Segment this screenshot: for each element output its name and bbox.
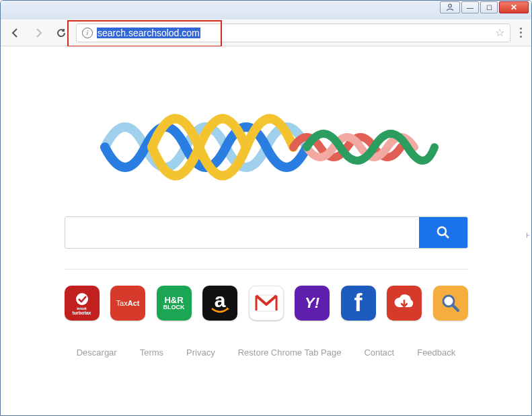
tile-search[interactable] xyxy=(433,286,468,321)
search-form xyxy=(65,216,468,249)
window-titlebar: — ☐ ✕ xyxy=(1,1,531,19)
site-logo xyxy=(91,100,441,194)
tile-turbotax[interactable]: intuit turbotax xyxy=(65,286,100,321)
amazon-smile-icon xyxy=(211,307,229,314)
page-viewport: ⊦ xyxy=(1,46,531,415)
tile-download[interactable] xyxy=(387,286,422,321)
quick-links: intuit turbotax TaxAct H&R BLOCK a xyxy=(65,286,468,321)
magnifier-icon xyxy=(441,293,461,313)
footer-link-restore[interactable]: Restore Chrome Tab Page xyxy=(238,347,342,358)
scroll-indicator: ⊦ xyxy=(526,231,530,240)
page-content: intuit turbotax TaxAct H&R BLOCK a xyxy=(51,46,482,391)
bookmark-star-icon[interactable]: ☆ xyxy=(495,26,504,39)
window-controls: — ☐ ✕ xyxy=(440,1,531,13)
footer-link-privacy[interactable]: Privacy xyxy=(186,347,215,358)
search-button[interactable] xyxy=(419,217,467,248)
footer-link-descargar[interactable]: Descargar xyxy=(77,347,117,358)
browser-menu-button[interactable] xyxy=(517,25,525,40)
tile-facebook[interactable]: f xyxy=(341,286,376,321)
site-info-icon[interactable]: i xyxy=(82,28,93,38)
minimize-button[interactable]: — xyxy=(461,1,479,13)
url-text[interactable]: search.searchsolod.com xyxy=(97,28,491,38)
reload-button[interactable] xyxy=(53,25,69,41)
footer-link-terms[interactable]: Terms xyxy=(140,347,163,358)
browser-toolbar: i search.searchsolod.com ☆ xyxy=(1,19,531,46)
close-button[interactable]: ✕ xyxy=(499,1,529,13)
svg-point-2 xyxy=(76,293,88,305)
footer-link-feedback[interactable]: Feedback xyxy=(417,347,455,358)
svg-point-1 xyxy=(438,227,446,235)
browser-window: — ☐ ✕ New Tab Search × i search.searchso… xyxy=(0,0,532,416)
forward-button[interactable] xyxy=(30,25,46,41)
search-input[interactable] xyxy=(65,217,419,248)
footer-links: Descargar Terms Privacy Restore Chrome T… xyxy=(65,321,468,364)
tile-gmail[interactable] xyxy=(249,286,284,321)
separator xyxy=(65,269,468,269)
search-icon xyxy=(436,225,451,240)
footer-link-contact[interactable]: Contact xyxy=(364,347,394,358)
back-button[interactable] xyxy=(7,25,24,41)
check-icon xyxy=(75,292,89,306)
gmail-icon xyxy=(255,294,278,312)
tile-yahoo[interactable]: Y! xyxy=(295,286,330,321)
tile-amazon[interactable]: a xyxy=(202,286,237,321)
cloud-download-icon xyxy=(392,294,416,313)
tile-taxact[interactable]: TaxAct xyxy=(110,286,145,321)
maximize-button[interactable]: ☐ xyxy=(480,1,498,13)
tile-hrblock[interactable]: H&R BLOCK xyxy=(157,286,192,321)
address-bar[interactable]: i search.searchsolod.com ☆ xyxy=(76,24,510,42)
user-button[interactable] xyxy=(440,1,460,13)
svg-point-0 xyxy=(449,4,452,7)
